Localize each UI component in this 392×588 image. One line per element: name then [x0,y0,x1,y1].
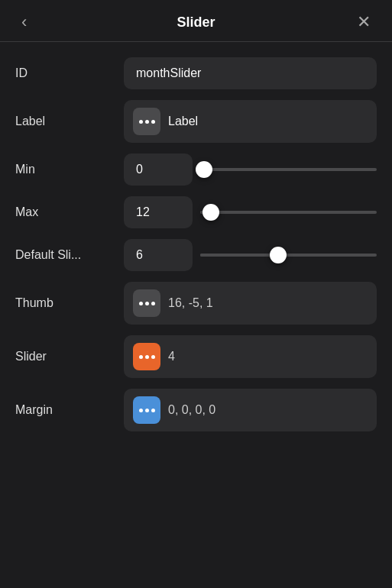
margin-control: 0, 0, 0, 0 [124,389,377,431]
slider-picker-button[interactable] [133,343,160,370]
dots-icon [139,120,155,124]
min-row: Min [15,153,377,186]
content: ID Label Label Min [0,50,392,588]
id-label: ID [15,66,115,80]
thumb-dots-icon [139,302,155,305]
margin-field[interactable]: 0, 0, 0, 0 [124,389,377,431]
max-input[interactable] [124,196,193,228]
slider-prop-label: Slider [15,350,115,363]
id-control [124,57,377,89]
max-control [124,196,377,228]
label-label: Label [15,115,115,128]
min-control [124,153,377,186]
label-field[interactable]: Label [124,100,377,143]
label-value: Label [168,115,198,128]
max-slider-track[interactable] [200,211,377,214]
margin-row: Margin 0, 0, 0, 0 [15,389,377,431]
slider-prop-field[interactable]: 4 [124,335,377,378]
default-label: Default Sli... [15,248,115,262]
margin-dots-icon [139,409,155,412]
max-label: Max [15,205,115,219]
default-control [124,239,377,271]
margin-label: Margin [15,403,115,417]
id-input[interactable] [124,57,377,89]
header-divider [0,41,392,42]
thumb-control: 16, -5, 1 [124,282,377,325]
slider-dots-icon [139,355,155,359]
label-picker-button[interactable] [133,108,160,135]
min-input[interactable] [124,153,193,186]
thumb-value: 16, -5, 1 [168,296,213,310]
default-slider-track[interactable] [200,254,377,257]
margin-picker-button[interactable] [133,396,160,424]
max-slider-thumb[interactable] [202,204,219,221]
header: ‹ Slider ✕ [0,0,392,41]
default-slider-thumb[interactable] [270,247,287,263]
min-slider-thumb[interactable] [196,161,212,178]
default-input[interactable] [124,239,193,271]
slider-prop-value: 4 [168,350,175,363]
thumb-row: Thumb 16, -5, 1 [15,282,377,325]
min-label: Min [15,163,115,176]
default-slider-row: Default Sli... [15,239,377,271]
thumb-label: Thumb [15,296,115,310]
close-button[interactable]: ✕ [351,11,377,34]
back-button[interactable]: ‹ [15,11,33,34]
thumb-field[interactable]: 16, -5, 1 [124,282,377,325]
min-slider-track[interactable] [200,168,377,171]
id-row: ID [15,57,377,89]
thumb-picker-button[interactable] [133,289,160,317]
label-row: Label Label [15,100,377,143]
slider-prop-row: Slider 4 [15,335,377,378]
margin-value: 0, 0, 0, 0 [168,403,215,417]
window: ‹ Slider ✕ ID Label Label [0,0,392,588]
label-control: Label [124,100,377,143]
slider-prop-control: 4 [124,335,377,378]
page-title: Slider [177,15,215,31]
max-row: Max [15,196,377,228]
